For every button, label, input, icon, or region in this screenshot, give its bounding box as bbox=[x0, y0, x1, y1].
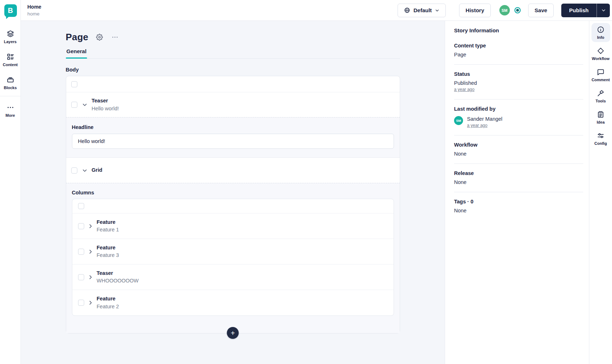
topbar: Home home Default History SM Save Publis… bbox=[21, 0, 612, 21]
panel-divider bbox=[454, 192, 583, 192]
chevron-right-icon[interactable] bbox=[88, 275, 93, 280]
story-information-panel: Story Information Content type Page Stat… bbox=[445, 21, 589, 364]
block-row-feature[interactable]: Feature Feature 1 bbox=[72, 213, 394, 239]
columns-blocks-card: Feature Feature 1 Feature Feature bbox=[72, 199, 394, 316]
tool-item-label: Config bbox=[594, 141, 607, 146]
tool-item-info[interactable]: Info bbox=[591, 23, 610, 42]
tool-item-label: Comment bbox=[591, 78, 610, 82]
block-row-teaser[interactable]: Teaser Hello world! bbox=[66, 92, 400, 117]
gear-icon bbox=[96, 34, 103, 41]
hammer-icon bbox=[597, 89, 604, 97]
story-title: Home bbox=[27, 3, 41, 10]
headline-input[interactable] bbox=[72, 134, 394, 149]
presence-indicator-icon[interactable] bbox=[514, 6, 521, 14]
block-checkbox[interactable] bbox=[71, 102, 77, 108]
block-row-grid[interactable]: Grid bbox=[66, 158, 400, 183]
sidebar-item-blocks[interactable]: Blocks bbox=[1, 73, 20, 92]
breadcrumb: Home home bbox=[27, 3, 41, 18]
block-title: Teaser bbox=[97, 269, 139, 277]
storyblok-logo[interactable]: B bbox=[0, 0, 21, 21]
language-selector[interactable]: Default bbox=[398, 4, 446, 17]
panel-divider bbox=[454, 64, 583, 65]
user-avatar[interactable]: SM bbox=[499, 5, 510, 15]
block-checkbox[interactable] bbox=[78, 300, 84, 306]
publish-button[interactable]: Publish bbox=[561, 4, 597, 17]
comment-bubble-icon bbox=[597, 68, 604, 76]
block-checkbox[interactable] bbox=[78, 249, 84, 255]
tool-item-config[interactable]: Config bbox=[591, 129, 610, 148]
content-icon bbox=[6, 53, 14, 61]
chevron-right-icon[interactable] bbox=[88, 300, 93, 305]
panel-divider bbox=[454, 99, 583, 100]
block-title: Feature bbox=[97, 295, 119, 303]
chevron-down-icon[interactable] bbox=[82, 102, 87, 107]
block-row-feature[interactable]: Feature Feature 2 bbox=[72, 290, 394, 315]
history-button[interactable]: History bbox=[459, 4, 491, 17]
chevron-right-icon[interactable] bbox=[88, 249, 93, 254]
tool-item-label: Tools bbox=[595, 99, 606, 103]
tool-item-comment[interactable]: Comment bbox=[591, 65, 610, 84]
more-icon bbox=[6, 103, 14, 111]
sliders-icon bbox=[597, 132, 604, 139]
left-sidebar: Layers Content Blocks More bbox=[0, 0, 21, 364]
status-time-link[interactable]: a year ago bbox=[454, 87, 475, 92]
history-label: History bbox=[466, 7, 484, 13]
chevron-down-icon bbox=[601, 8, 606, 13]
release-label: Release bbox=[454, 170, 583, 176]
block-subtitle: Feature 2 bbox=[97, 303, 119, 310]
block-row-teaser[interactable]: Teaser WHOOOOOOOW bbox=[72, 264, 394, 290]
publish-options-button[interactable] bbox=[597, 4, 610, 17]
globe-icon bbox=[404, 7, 410, 13]
workflow-label: Workflow bbox=[454, 142, 583, 148]
tool-item-idea[interactable]: Idea bbox=[591, 108, 610, 127]
notepad-icon bbox=[597, 111, 604, 118]
layers-icon bbox=[6, 30, 14, 38]
block-title: Teaser bbox=[92, 97, 119, 105]
teaser-expanded-section: Headline bbox=[66, 117, 400, 158]
block-checkbox[interactable] bbox=[78, 223, 84, 229]
select-all-row bbox=[66, 76, 400, 92]
tool-item-label: Workflow bbox=[592, 56, 609, 61]
info-icon bbox=[597, 26, 604, 33]
tab-general[interactable]: General bbox=[66, 48, 87, 58]
select-all-checkbox[interactable] bbox=[71, 81, 77, 87]
modified-time-link[interactable]: a year ago bbox=[467, 123, 488, 128]
tags-value: None bbox=[454, 208, 583, 213]
blocks-icon bbox=[6, 76, 14, 84]
tool-item-label: Info bbox=[597, 35, 604, 40]
sidebar-item-content[interactable]: Content bbox=[1, 50, 20, 69]
headline-field-label: Headline bbox=[72, 124, 394, 130]
tool-item-tools[interactable]: Tools bbox=[591, 87, 610, 106]
block-row-feature[interactable]: Feature Feature 3 bbox=[72, 239, 394, 264]
block-checkbox[interactable] bbox=[71, 167, 77, 174]
block-checkbox[interactable] bbox=[78, 274, 84, 280]
add-block-button[interactable]: + bbox=[227, 327, 239, 339]
right-toolbar: Info Workflow Comment Tools Idea bbox=[589, 21, 612, 364]
block-title: Feature bbox=[97, 244, 119, 252]
language-label: Default bbox=[413, 7, 432, 13]
status-label: Status bbox=[454, 71, 583, 77]
block-subtitle: WHOOOOOOOW bbox=[97, 277, 139, 285]
modified-by-avatar[interactable]: SM bbox=[454, 116, 463, 125]
body-field-label: Body bbox=[66, 67, 400, 73]
chevron-down-icon[interactable] bbox=[82, 168, 87, 173]
select-all-checkbox[interactable] bbox=[78, 203, 84, 209]
schema-settings-button[interactable] bbox=[95, 33, 104, 41]
sidebar-item-layers[interactable]: Layers bbox=[1, 27, 20, 46]
tool-item-workflow[interactable]: Workflow bbox=[591, 44, 610, 63]
sidebar-item-more[interactable]: More bbox=[1, 101, 20, 120]
page-options-button[interactable] bbox=[111, 33, 119, 41]
chevron-right-icon[interactable] bbox=[88, 224, 93, 229]
sidebar-item-label: More bbox=[5, 113, 15, 118]
save-button[interactable]: Save bbox=[528, 4, 554, 17]
chevron-down-icon bbox=[435, 8, 439, 13]
sidebar-item-label: Blocks bbox=[4, 86, 17, 90]
block-title: Grid bbox=[92, 166, 103, 174]
block-subtitle: Feature 1 bbox=[97, 226, 119, 234]
story-slug: home bbox=[27, 10, 41, 18]
status-value: Published bbox=[454, 80, 583, 86]
block-title: Feature bbox=[97, 218, 119, 226]
workflow-diamond-icon bbox=[597, 47, 604, 55]
modified-by-name: Sander Mangel bbox=[467, 116, 502, 122]
panel-divider bbox=[454, 135, 583, 135]
